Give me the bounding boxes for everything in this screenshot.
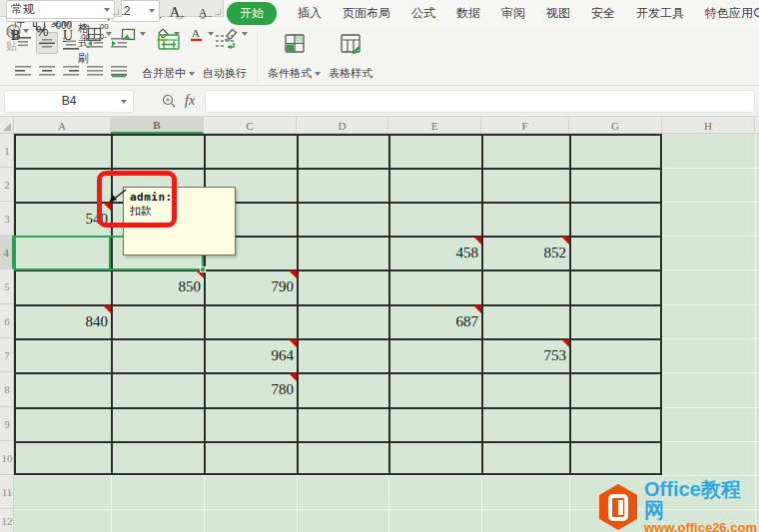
tab-special-apps[interactable]: 特色应用 (705, 5, 753, 22)
align-right-icon[interactable] (60, 60, 82, 82)
select-all-triangle-icon (3, 123, 11, 131)
row-header-3[interactable]: 3 (0, 202, 14, 236)
search-icon (753, 7, 759, 20)
styles-group: 条件格式 表格样式 (258, 32, 755, 82)
tab-review[interactable]: 审阅 (501, 5, 525, 22)
decrease-decimal-button[interactable]: .00 .0- (97, 22, 108, 41)
insert-function-icon[interactable] (162, 94, 177, 109)
merge-center-button[interactable]: 合并居中 (138, 32, 199, 82)
tab-data[interactable]: 数据 (456, 5, 480, 22)
table-border (14, 372, 662, 374)
table-border (14, 304, 662, 306)
watermark: Office教程网 www.office26.com (597, 479, 759, 532)
column-header-d[interactable]: D (297, 117, 388, 134)
cell-C5[interactable]: 790 (204, 269, 297, 304)
tab-view[interactable]: 视图 (546, 5, 570, 22)
cell-B5[interactable]: 850 (111, 269, 204, 304)
annotation-highlight-rectangle (97, 171, 177, 228)
sheet-area: A B C D E F G H 1 2 3 4 5 6 7 8 9 10 11 … (0, 117, 759, 532)
cell-C8[interactable]: 780 (204, 372, 297, 407)
row-header-12[interactable]: 12 (0, 509, 14, 532)
row-header-7[interactable]: 7 (0, 338, 14, 372)
wrap-text-button[interactable]: 自动换行 (199, 32, 251, 82)
chevron-down-icon (189, 72, 195, 76)
column-headers: A B C D E F G H (14, 117, 759, 134)
column-header-f[interactable]: F (481, 117, 569, 134)
gridline (14, 475, 759, 476)
currency-icon: ¥ (6, 24, 21, 39)
row-header-11[interactable]: 11 (0, 475, 14, 509)
chevron-down-icon (315, 72, 321, 76)
fx-label[interactable]: fx (185, 93, 195, 109)
row-headers: 1 2 3 4 5 6 7 8 9 10 11 12 (0, 134, 14, 532)
tab-insert[interactable]: 插入 (298, 5, 322, 22)
chevron-down-icon (104, 8, 110, 12)
row-header-5[interactable]: 5 (0, 269, 14, 304)
find-button[interactable]: 查找 (753, 0, 759, 31)
justify-icon[interactable] (84, 60, 106, 82)
formula-bar: B4 fx (0, 86, 759, 117)
increase-decimal-button[interactable]: .0+ .00 (79, 22, 90, 41)
cell-E4[interactable]: 458 (388, 236, 481, 269)
cells-grid[interactable]: 540 458 852 850 790 840 687 964 753 780 (14, 134, 759, 532)
gridline (662, 134, 663, 532)
fill-handle[interactable] (200, 266, 206, 272)
distribute-icon[interactable] (108, 60, 130, 82)
conditional-format-icon (283, 33, 307, 55)
row-header-10[interactable]: 10 (0, 441, 14, 475)
tab-developer[interactable]: 开发工具 (636, 5, 684, 22)
number-format-select[interactable]: 常规 (6, 0, 115, 19)
column-header-g[interactable]: G (569, 117, 662, 134)
gridline (755, 134, 756, 532)
chevron-down-icon (121, 100, 127, 104)
ribbon-toolbar: 粘贴 剪切 复制 格式刷 宋体 (0, 27, 759, 86)
table-border (14, 168, 662, 170)
watermark-title: Office教程网 (644, 479, 759, 521)
select-all-corner[interactable] (0, 117, 14, 134)
row-header-9[interactable]: 9 (0, 407, 14, 441)
row-header-1[interactable]: 1 (0, 134, 14, 168)
percent-style-button[interactable]: % (36, 24, 48, 38)
currency-format-button[interactable]: ¥ (6, 19, 29, 43)
row-header-8[interactable]: 8 (0, 372, 14, 407)
column-header-b[interactable]: B (111, 117, 204, 134)
tab-page-layout[interactable]: 页面布局 (343, 5, 390, 22)
cell-E6[interactable]: 687 (388, 304, 481, 338)
column-header-e[interactable]: E (388, 117, 481, 134)
column-header-a[interactable]: A (14, 117, 111, 134)
chevron-down-icon (149, 9, 155, 13)
cell-F4[interactable]: 852 (481, 236, 569, 269)
merge-center-icon (156, 33, 182, 53)
chevron-down-icon (23, 29, 29, 33)
tab-formulas[interactable]: 公式 (411, 5, 435, 22)
table-style-icon (339, 33, 363, 55)
office26-logo-icon (597, 483, 639, 531)
wps-spreadsheet-window: 文件 开始 插入 页面布局 公式 数据 审阅 视图 安全 开发工具 特色应用 查… (0, 0, 759, 532)
align-left-icon[interactable] (12, 60, 34, 82)
shrink-font-button[interactable]: A− (194, 1, 217, 21)
row-header-4[interactable]: 4 (0, 236, 14, 269)
row-header-6[interactable]: 6 (0, 304, 14, 338)
cell-A6[interactable]: 840 (14, 304, 111, 338)
cell-selection-inner-border (109, 236, 111, 270)
column-header-h[interactable]: H (662, 117, 755, 134)
svg-text:¥: ¥ (9, 27, 16, 37)
table-border (14, 407, 662, 409)
table-style-button[interactable]: 表格样式 (325, 32, 377, 82)
cell-C7[interactable]: 964 (204, 338, 297, 372)
tab-security[interactable]: 安全 (591, 5, 615, 22)
name-box[interactable]: B4 (4, 90, 134, 113)
ribbon-tabs: 开始 插入 页面布局 公式 数据 审阅 视图 安全 开发工具 特色应用 (227, 2, 753, 25)
row-header-2[interactable]: 2 (0, 168, 14, 202)
watermark-url: www.office26.com (644, 521, 759, 532)
number-group: 常规 ¥ % 000, .0+ .00 .00 .0- (0, 0, 122, 17)
comma-style-button[interactable]: 000, (55, 21, 72, 41)
conditional-format-button[interactable]: 条件格式 (264, 32, 325, 82)
align-center-icon[interactable] (36, 60, 58, 82)
grow-font-button[interactable]: A+ (164, 1, 189, 21)
formula-input[interactable] (205, 90, 755, 113)
wrap-text-icon (212, 33, 238, 53)
table-border (14, 441, 662, 443)
cell-F7[interactable]: 753 (481, 338, 569, 372)
column-header-c[interactable]: C (204, 117, 297, 134)
